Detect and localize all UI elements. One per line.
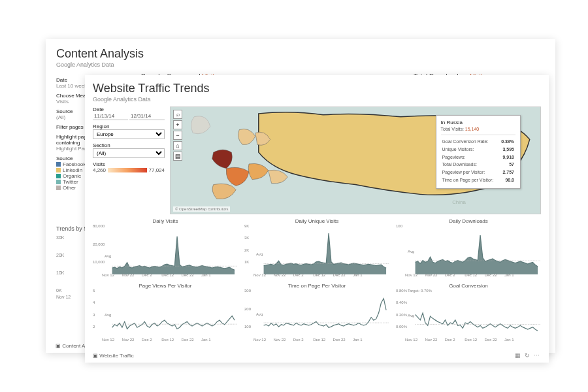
date-to-input[interactable]: 12/31/14 (129, 112, 165, 120)
svg-text:China: China (452, 199, 466, 205)
zoom-in-icon[interactable]: + (173, 120, 182, 129)
chart-time-on-page-per-visitor[interactable]: Time on Page Per Visitor300200100Nov 12N… (244, 283, 389, 345)
country-france[interactable] (226, 167, 249, 186)
map-attribution: © OpenStreetMap contributors (173, 206, 230, 212)
country-uk[interactable] (212, 150, 233, 169)
search-icon[interactable]: ⌕ (173, 110, 182, 119)
chart-daily-unique-visits[interactable]: Daily Unique Visits9K3K2K1KNov 12Nov 22D… (244, 218, 389, 280)
region-select[interactable]: Europe (93, 129, 165, 139)
layers-icon[interactable]: ▤ (173, 152, 182, 161)
page-title: Content Analysis (56, 47, 545, 61)
page-subtitle: Google Analytics Data (93, 96, 209, 103)
date-from-input[interactable]: 11/13/14 (93, 112, 128, 120)
world-map[interactable]: ⌕ + − ⌂ ▤ China In Russia (170, 106, 541, 214)
country-germany[interactable] (248, 163, 268, 179)
chart-goal-conversion[interactable]: Goal Conversion0.80%0.40%0.20%0.00%Nov 1… (396, 283, 541, 345)
section-select[interactable]: (All) (93, 148, 165, 158)
chart-daily-visits[interactable]: Daily Visits80,00020,00010,000Nov 12Nov … (93, 218, 238, 280)
country-spain[interactable] (212, 184, 236, 199)
chart-page-views-per-visitor[interactable]: Page Views Per Visitor5432Nov 12Nov 22De… (93, 283, 238, 345)
map-tooltip: In Russia Total Visits: 15,140 Goal Conv… (436, 115, 521, 189)
home-icon[interactable]: ⌂ (173, 141, 182, 150)
tab-website-traffic[interactable]: ▣ Website Traffic (93, 353, 134, 359)
chart-daily-downloads[interactable]: Daily Downloads100Nov 12Nov 22Dec 2Dec 1… (396, 218, 541, 280)
page-title: Website Traffic Trends (93, 82, 209, 95)
refresh-icon[interactable]: ↻ (525, 352, 530, 359)
more-icon[interactable]: ⋯ (534, 352, 540, 359)
zoom-out-icon[interactable]: − (173, 131, 182, 140)
filters-sidebar: Date 11/13/1412/31/14 Region Europe Sect… (93, 106, 165, 214)
website-traffic-card: Website Traffic Trends Google Analytics … (85, 75, 549, 363)
color-legend (108, 168, 147, 172)
page-subtitle: Google Analytics Data (56, 61, 545, 68)
view-icon[interactable]: ▦ (515, 352, 521, 359)
